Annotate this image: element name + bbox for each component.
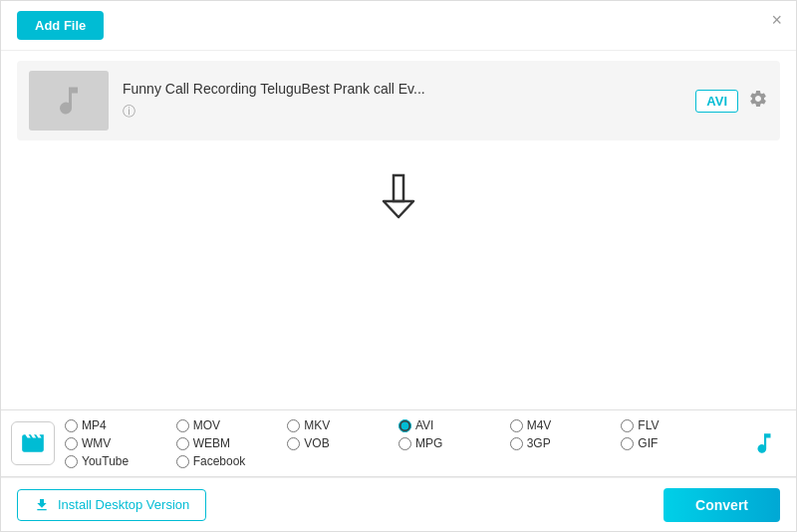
video-format-icon (11, 421, 55, 465)
format-option-m4v[interactable]: M4V (510, 418, 622, 432)
svg-marker-1 (384, 201, 413, 217)
format-option-mpg[interactable]: MPG (398, 436, 510, 450)
close-button[interactable]: × (771, 11, 782, 29)
format-bar: MP4 MOV MKV AVI M4V FLV WMV WEBM VOB MPG (1, 409, 796, 477)
action-bar: Install Desktop Version Convert (1, 477, 796, 531)
add-file-button[interactable]: Add File (17, 11, 104, 40)
convert-button[interactable]: Convert (664, 488, 780, 522)
music-note-icon (751, 430, 777, 456)
format-option-webm[interactable]: WEBM (176, 436, 288, 450)
file-item: Funny Call Recording TeluguBest Prank ca… (17, 61, 780, 140)
install-button[interactable]: Install Desktop Version (17, 489, 206, 521)
file-info: Funny Call Recording TeluguBest Prank ca… (123, 81, 681, 121)
file-list: Funny Call Recording TeluguBest Prank ca… (1, 51, 796, 150)
format-option-vob[interactable]: VOB (287, 436, 398, 450)
format-options: MP4 MOV MKV AVI M4V FLV WMV WEBM VOB MPG (65, 410, 732, 476)
format-option-mkv[interactable]: MKV (287, 418, 398, 432)
file-actions: AVI (695, 89, 768, 114)
top-bar: Add File × (1, 1, 796, 51)
format-option-mp4[interactable]: MP4 (65, 418, 176, 432)
film-icon (20, 430, 46, 456)
format-badge-button[interactable]: AVI (695, 90, 738, 113)
download-icon (34, 497, 50, 513)
format-option-avi[interactable]: AVI (398, 418, 510, 432)
arrow-down-icon (379, 170, 418, 220)
format-option-3gp[interactable]: 3GP (510, 436, 622, 450)
middle-area (1, 150, 796, 350)
file-thumbnail (29, 71, 109, 131)
format-option-gif[interactable]: GIF (621, 436, 732, 450)
info-icon[interactable]: ⓘ (123, 104, 135, 119)
settings-icon[interactable] (748, 89, 768, 114)
audio-format-icon (742, 421, 786, 465)
format-option-wmv[interactable]: WMV (65, 436, 176, 450)
install-label: Install Desktop Version (58, 497, 189, 512)
format-option-flv[interactable]: FLV (621, 418, 732, 432)
arrow-container (1, 150, 796, 230)
format-option-mov[interactable]: MOV (176, 418, 288, 432)
file-name: Funny Call Recording TeluguBest Prank ca… (123, 81, 681, 97)
music-icon (51, 83, 87, 119)
format-option-facebook[interactable]: Facebook (176, 454, 288, 468)
svg-rect-0 (394, 175, 403, 201)
format-option-youtube[interactable]: YouTube (65, 454, 176, 468)
